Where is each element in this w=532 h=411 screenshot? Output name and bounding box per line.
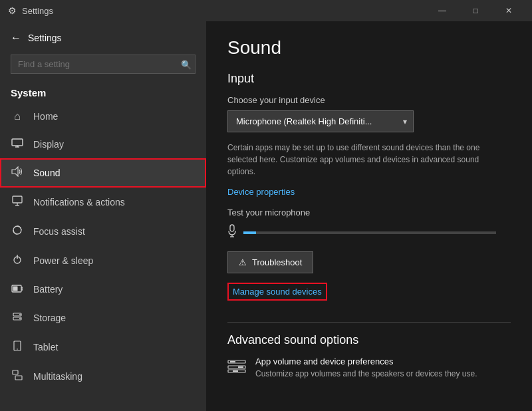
sidebar-item-power-label: Power & sleep [33,255,93,266]
search-box: 🔍 [11,55,196,74]
main-content: ← Settings 🔍 System ⌂ Home Display [0,21,532,411]
sidebar-item-power[interactable]: Power & sleep [0,246,206,275]
sidebar-item-display-label: Display [33,139,64,150]
troubleshoot-label: Troubleshoot [252,257,302,267]
storage-icon [11,311,24,325]
settings-icon: ⚙ [8,5,17,16]
sidebar-section-title: System [0,79,206,102]
choose-device-label: Choose your input device [227,95,511,105]
app-volume-desc: Customize app volumes and the speakers o… [255,368,477,380]
title-bar-controls: — □ ✕ [427,0,524,21]
title-bar: ⚙ Settings — □ ✕ [0,0,532,21]
svg-rect-29 [230,361,235,362]
advanced-section-header: Advanced sound options [227,333,511,347]
info-text: Certain apps may be set up to use differ… [227,142,507,178]
notifications-icon [11,196,24,209]
power-icon [11,254,24,267]
mic-level-fill [243,231,256,234]
sidebar-item-notifications-label: Notifications & actions [33,197,125,207]
title-bar-title: Settings [22,6,53,16]
app-volume-title: App volume and device preferences [255,356,477,366]
input-device-dropdown[interactable]: Microphone (Realtek High Definiti... [227,110,414,132]
svg-point-17 [19,314,21,315]
sidebar-item-sound[interactable]: Sound [0,158,206,188]
sidebar-item-multitasking[interactable]: Multitasking [0,362,206,391]
app-volume-icon [227,359,246,377]
sound-icon [11,166,24,180]
sidebar-item-storage[interactable]: Storage [0,303,206,333]
microphone-icon [227,224,237,241]
advanced-sound-options-section: Advanced sound options App volume and de… [227,333,511,380]
test-mic-label: Test your microphone [227,207,511,217]
sidebar-item-storage-label: Storage [33,313,66,323]
right-panel: Sound Input Choose your input device Mic… [206,21,532,411]
minimize-button[interactable]: — [427,0,458,21]
sidebar-item-focus-label: Focus assist [33,226,85,237]
sidebar-item-sound-label: Sound [33,168,60,178]
back-button[interactable]: ← Settings [0,21,206,49]
svg-rect-11 [13,287,18,291]
display-icon [11,138,24,150]
sidebar-item-notifications[interactable]: Notifications & actions [0,188,206,217]
tablet-icon [11,341,24,354]
settings-home-label: Settings [28,33,62,43]
svg-rect-31 [233,370,238,372]
svg-rect-0 [12,139,23,146]
sidebar-item-tablet-label: Tablet [33,342,58,352]
multitasking-icon [11,370,24,383]
sidebar-item-battery-label: Battery [33,284,63,295]
mic-level-bar [243,231,496,234]
sidebar-item-multitasking-label: Multitasking [33,371,82,382]
search-input[interactable] [11,55,196,74]
app-volume-text-block: App volume and device preferences Custom… [255,356,477,380]
sidebar-item-focus[interactable]: Focus assist [0,217,206,246]
manage-sound-devices-link[interactable]: Manage sound devices [227,283,327,301]
svg-point-18 [19,318,21,319]
sidebar-item-home-label: Home [33,111,58,122]
svg-rect-30 [238,366,243,368]
sidebar-item-home[interactable]: ⌂ Home [0,102,206,130]
sidebar-item-display[interactable]: Display [0,130,206,158]
svg-marker-3 [12,167,18,176]
app-volume-row: App volume and device preferences Custom… [227,356,511,380]
svg-point-20 [17,348,18,350]
section-divider [227,322,511,323]
input-device-dropdown-wrapper: Microphone (Realtek High Definiti... ▾ [227,110,414,132]
svg-rect-22 [15,376,22,380]
title-bar-left: ⚙ Settings [8,5,53,16]
maximize-button[interactable]: □ [460,0,491,21]
sidebar-item-battery[interactable]: Battery [0,275,206,303]
device-properties-link[interactable]: Device properties [227,187,295,197]
focus-icon [11,225,24,238]
close-button[interactable]: ✕ [493,0,524,21]
battery-icon [11,283,24,295]
page-title: Sound [227,37,511,59]
back-arrow-icon: ← [11,32,21,44]
svg-rect-23 [230,225,234,231]
troubleshoot-icon: ⚠ [239,257,247,267]
troubleshoot-button[interactable]: ⚠ Troubleshoot [227,251,313,273]
svg-rect-21 [13,370,18,374]
home-icon: ⌂ [11,110,24,122]
search-button[interactable]: 🔍 [181,59,192,69]
svg-rect-4 [13,196,22,203]
mic-level-row [227,224,511,241]
input-section-header: Input [227,72,511,86]
sidebar: ← Settings 🔍 System ⌂ Home Display [0,21,206,411]
sidebar-item-tablet[interactable]: Tablet [0,333,206,362]
